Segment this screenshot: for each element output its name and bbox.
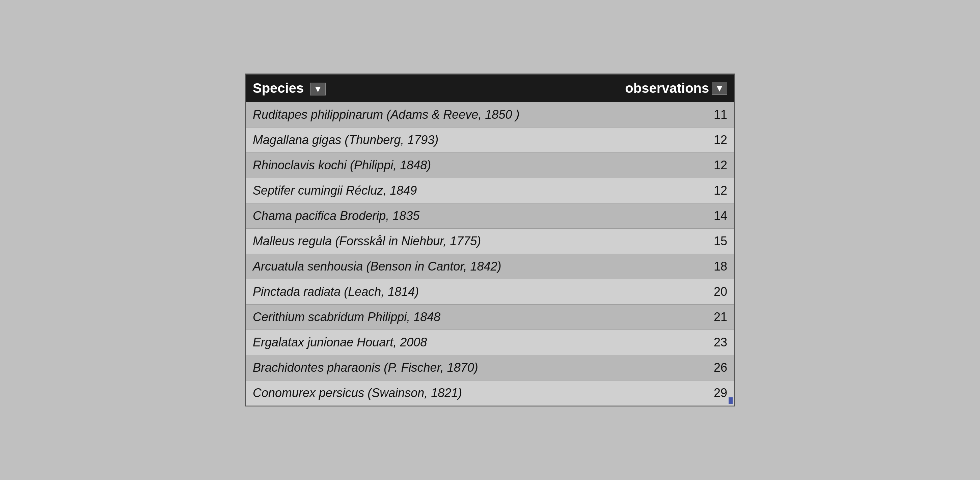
species-cell: Brachidontes pharaonis (P. Fischer, 1870… [246,355,612,380]
observations-cell: 11 [612,102,734,127]
observations-sort-button[interactable]: ▼ [712,82,727,95]
observations-cell: 29 [612,380,734,406]
observations-cell: 12 [612,153,734,178]
species-cell: Conomurex persicus (Swainson, 1821) [246,380,612,406]
table-row: Arcuatula senhousia (Benson in Cantor, 1… [246,254,734,279]
species-header-label: Species [253,81,304,95]
scroll-indicator [729,397,733,404]
table-body: Ruditapes philippinarum (Adams & Reeve, … [246,102,734,406]
species-column-header: Species ▼ [246,75,612,102]
table-row: Cerithium scabridum Philippi, 184821 [246,305,734,330]
table-row: Conomurex persicus (Swainson, 1821)29 [246,380,734,406]
species-cell: Arcuatula senhousia (Benson in Cantor, 1… [246,254,612,279]
table-row: Ergalatax junionae Houart, 200823 [246,330,734,355]
observations-cell: 14 [612,203,734,229]
species-cell: Ergalatax junionae Houart, 2008 [246,330,612,355]
observations-header-label: observations [625,81,709,96]
observations-cell: 18 [612,254,734,279]
table-header-row: Species ▼ observations ▼ [246,75,734,102]
observations-cell: 12 [612,178,734,203]
species-cell: Pinctada radiata (Leach, 1814) [246,279,612,305]
species-cell: Malleus regula (Forsskål in Niehbur, 177… [246,229,612,254]
species-cell: Ruditapes philippinarum (Adams & Reeve, … [246,102,612,127]
observations-cell: 20 [612,279,734,305]
table-row: Magallana gigas (Thunberg, 1793)12 [246,127,734,153]
observations-cell: 12 [612,127,734,153]
table-row: Brachidontes pharaonis (P. Fischer, 1870… [246,355,734,380]
species-cell: Chama pacifica Broderip, 1835 [246,203,612,229]
observations-column-header: observations ▼ [612,75,734,102]
table-row: Rhinoclavis kochi (Philippi, 1848)12 [246,153,734,178]
observations-cell: 23 [612,330,734,355]
species-observations-table: Species ▼ observations ▼ Ruditapes phili… [246,74,734,406]
table-row: Malleus regula (Forsskål in Niehbur, 177… [246,229,734,254]
observations-cell: 21 [612,305,734,330]
species-cell: Cerithium scabridum Philippi, 1848 [246,305,612,330]
species-table-container: Species ▼ observations ▼ Ruditapes phili… [245,73,735,407]
table-row: Pinctada radiata (Leach, 1814)20 [246,279,734,305]
species-cell: Magallana gigas (Thunberg, 1793) [246,127,612,153]
species-cell: Rhinoclavis kochi (Philippi, 1848) [246,153,612,178]
table-row: Septifer cumingii Récluz, 184912 [246,178,734,203]
table-row: Chama pacifica Broderip, 183514 [246,203,734,229]
species-cell: Septifer cumingii Récluz, 1849 [246,178,612,203]
observations-cell: 15 [612,229,734,254]
species-sort-button[interactable]: ▼ [310,83,326,95]
table-row: Ruditapes philippinarum (Adams & Reeve, … [246,102,734,127]
observations-cell: 26 [612,355,734,380]
